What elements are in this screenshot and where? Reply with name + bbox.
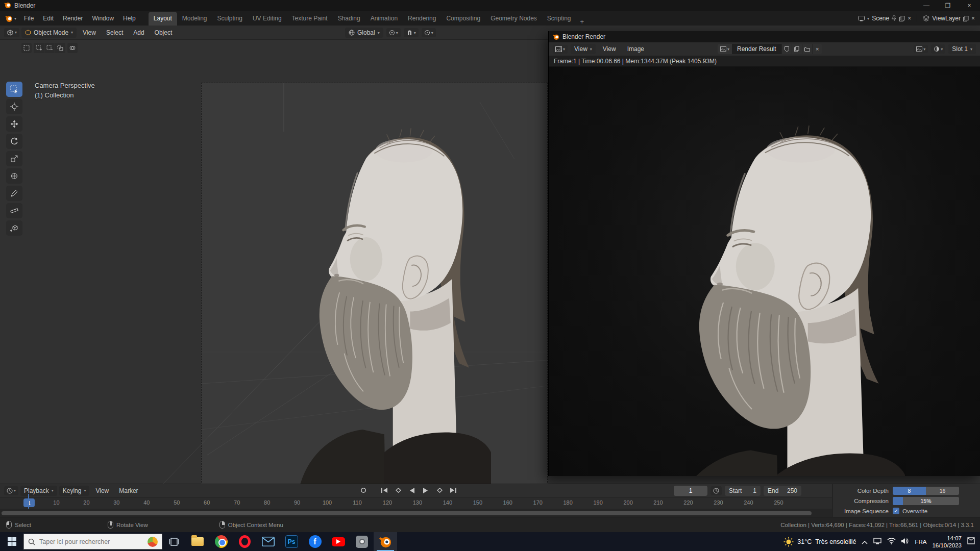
- image-menu-view[interactable]: View: [599, 45, 620, 53]
- open-image-icon[interactable]: [802, 44, 812, 54]
- render-pass-button[interactable]: ▾: [914, 45, 928, 53]
- tab-sculpting[interactable]: Sculpting: [212, 12, 248, 26]
- image-menu-image[interactable]: Image: [623, 45, 648, 53]
- tab-scripting[interactable]: Scripting: [542, 12, 576, 26]
- next-keyframe-button[interactable]: [433, 485, 446, 495]
- previous-keyframe-button[interactable]: [392, 485, 404, 495]
- frame-start-field[interactable]: Start 1: [725, 486, 761, 496]
- tab-geometry-nodes[interactable]: Geometry Nodes: [485, 12, 542, 26]
- select-mode-invert-button[interactable]: [55, 43, 65, 53]
- image-datablock-name[interactable]: Render Result: [732, 45, 781, 53]
- tab-texture-paint[interactable]: Texture Paint: [287, 12, 333, 26]
- minimize-button[interactable]: —: [916, 0, 937, 11]
- compression-slider[interactable]: 15%: [893, 497, 959, 505]
- menu-file[interactable]: File: [19, 11, 38, 26]
- jump-to-end-button[interactable]: [447, 485, 459, 495]
- close-button[interactable]: ×: [959, 0, 980, 11]
- tab-shading[interactable]: Shading: [333, 12, 365, 26]
- viewport-menu-view[interactable]: View: [79, 29, 100, 36]
- file-explorer-icon[interactable]: [186, 532, 209, 551]
- overwrite-checkbox[interactable]: ✓: [893, 508, 899, 514]
- taskbar-search[interactable]: [23, 534, 162, 549]
- add-workspace-button[interactable]: +: [576, 18, 589, 26]
- browse-image-button[interactable]: ▾: [718, 44, 732, 54]
- menu-render[interactable]: Render: [58, 11, 87, 26]
- select-mode-subtract-button[interactable]: [44, 43, 55, 53]
- viewport-menu-select[interactable]: Select: [102, 29, 127, 36]
- tab-rendering[interactable]: Rendering: [403, 12, 441, 26]
- tray-expand-icon[interactable]: [862, 537, 868, 546]
- select-mode-set-button[interactable]: [21, 43, 32, 53]
- start-button[interactable]: [0, 532, 23, 551]
- timeline-scrollbar[interactable]: [2, 511, 812, 515]
- timeline-menu-view[interactable]: View: [91, 487, 113, 494]
- keying-dropdown[interactable]: Keying ▾: [59, 486, 90, 496]
- select-mode-extend-button[interactable]: [34, 43, 44, 53]
- playhead[interactable]: 1: [23, 498, 35, 507]
- weather-widget[interactable]: 31°C Très ensoleillé: [783, 537, 856, 547]
- menu-help[interactable]: Help: [118, 11, 140, 26]
- box-select-tool[interactable]: [6, 82, 22, 97]
- transform-tool[interactable]: [6, 168, 22, 184]
- cursor-tool[interactable]: [6, 99, 22, 114]
- auto-keying-record-button[interactable]: [357, 485, 370, 495]
- fake-user-icon[interactable]: [781, 44, 792, 54]
- language-indicator[interactable]: FRA: [915, 539, 926, 545]
- editor-type-button[interactable]: ▾: [553, 45, 568, 54]
- add-cube-tool[interactable]: [6, 220, 22, 236]
- rotate-tool[interactable]: [6, 134, 22, 149]
- notifications-icon[interactable]: [967, 537, 975, 546]
- proportional-editing-button[interactable]: ▾: [422, 28, 436, 37]
- view-layer-icon[interactable]: [923, 15, 929, 21]
- blender-taskbar-icon[interactable]: [374, 532, 397, 551]
- display-channels-button[interactable]: ▾: [931, 44, 945, 54]
- search-input[interactable]: [39, 538, 143, 545]
- current-frame-field[interactable]: 1: [674, 486, 707, 496]
- network-icon[interactable]: [873, 537, 881, 546]
- render-result-image[interactable]: [549, 67, 980, 476]
- editor-type-button[interactable]: ▾: [4, 486, 18, 495]
- render-window[interactable]: Blender Render ▾ View ▾ View Image ▾ Ren…: [548, 31, 980, 476]
- youtube-icon[interactable]: [327, 532, 350, 551]
- jump-to-start-button[interactable]: [378, 485, 390, 495]
- timeline-track-area[interactable]: [0, 509, 832, 517]
- measure-tool[interactable]: [6, 203, 22, 218]
- head-model-viewport[interactable]: [291, 115, 491, 484]
- menu-edit[interactable]: Edit: [38, 11, 58, 26]
- viewport-menu-add[interactable]: Add: [129, 29, 148, 36]
- wifi-icon[interactable]: [887, 537, 896, 546]
- unlink-image-icon[interactable]: ×: [812, 44, 822, 54]
- play-reverse-button[interactable]: [406, 485, 418, 495]
- playback-dropdown[interactable]: Playback ▾: [20, 486, 57, 496]
- color-depth-16-button[interactable]: 16: [926, 487, 959, 495]
- tab-layout[interactable]: Layout: [149, 12, 177, 26]
- pin-scene-icon[interactable]: [892, 15, 897, 21]
- search-highlight-icon[interactable]: [148, 537, 158, 547]
- use-preview-range-button[interactable]: [710, 486, 722, 495]
- timeline-menu-marker[interactable]: Marker: [115, 487, 142, 494]
- tab-modeling[interactable]: Modeling: [177, 12, 212, 26]
- chrome-icon[interactable]: [209, 532, 233, 551]
- tab-uv-editing[interactable]: UV Editing: [248, 12, 287, 26]
- task-view-button[interactable]: [162, 532, 186, 551]
- chevron-down-icon[interactable]: ▾: [867, 16, 869, 21]
- new-view-layer-icon[interactable]: [963, 16, 969, 21]
- slot-dropdown[interactable]: Slot 1 ▾: [948, 44, 976, 54]
- scene-name[interactable]: Scene: [872, 15, 889, 22]
- move-tool[interactable]: [6, 116, 22, 132]
- view-layer-name[interactable]: ViewLayer: [932, 15, 961, 22]
- viewport-menu-object[interactable]: Object: [151, 29, 177, 36]
- mail-icon[interactable]: [256, 532, 280, 551]
- scale-tool[interactable]: [6, 151, 22, 166]
- frame-end-field[interactable]: End 250: [764, 486, 801, 496]
- pivot-point-button[interactable]: ▾: [386, 28, 401, 37]
- editor-type-button[interactable]: ▾: [4, 28, 19, 37]
- browse-scene-icon[interactable]: [858, 16, 865, 21]
- blender-menu-button[interactable]: ▾: [0, 15, 19, 22]
- mode-dropdown[interactable]: Object Mode ▾: [21, 28, 77, 38]
- play-button[interactable]: [420, 485, 432, 495]
- transform-orientation-dropdown[interactable]: Global ▾: [345, 28, 383, 38]
- opera-icon[interactable]: [233, 532, 256, 551]
- new-scene-icon[interactable]: [899, 16, 905, 21]
- snap-toggle-button[interactable]: ▾: [404, 28, 419, 37]
